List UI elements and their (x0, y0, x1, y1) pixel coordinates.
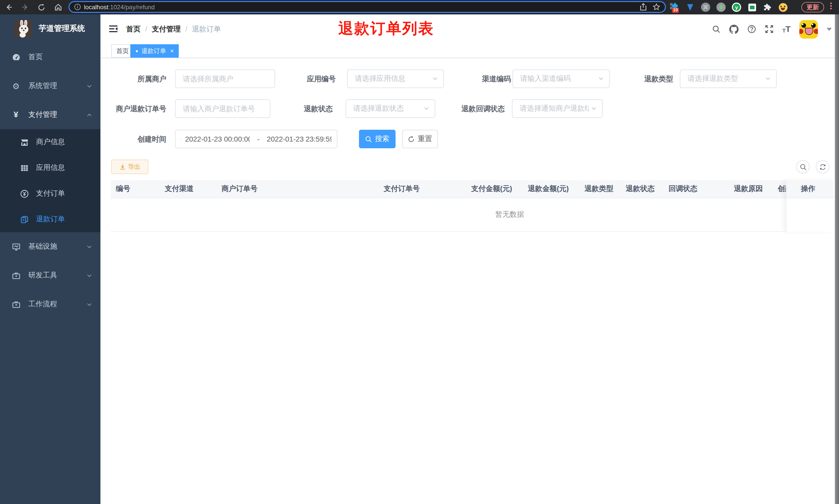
sidebar-item-pay[interactable]: ¥ 支付管理 (0, 101, 101, 129)
sidebar-collapse-icon[interactable] (109, 25, 118, 33)
document-copy-icon (19, 215, 29, 224)
column-header: 编号 (111, 184, 160, 194)
sidebar-item-label: 研发工具 (28, 271, 57, 280)
extension-emoji-icon[interactable] (778, 3, 787, 12)
filter-label-channel: 渠道编码 (455, 70, 511, 88)
sidebar-item-dev-tools[interactable]: 研发工具 (0, 261, 101, 290)
filter-label-app: 应用编号 (280, 70, 336, 88)
filter-label-refund-status: 退款状态 (277, 100, 333, 118)
tag-close-icon[interactable]: × (170, 47, 174, 55)
refresh-table-button[interactable] (816, 160, 829, 174)
notify-status-select[interactable]: 请选择通知商户退款结果的 (512, 100, 603, 118)
table-empty-row: 暂无数据 (111, 198, 834, 232)
breadcrumb-home[interactable]: 首页 (126, 25, 141, 34)
bookmark-star-icon[interactable] (653, 3, 660, 11)
github-icon[interactable] (729, 24, 738, 34)
table-fixed-action-column: 操作 (786, 180, 834, 232)
sidebar-item-workflow[interactable]: 工作流程 (0, 290, 101, 319)
sidebar-item-label: 应用信息 (36, 163, 65, 173)
app-select[interactable]: 请选择应用信息 (347, 70, 444, 88)
sidebar-item-label: 首页 (28, 53, 43, 62)
extension-tiles-icon[interactable]: 10 (670, 3, 679, 12)
sidebar-item-label: 退款订单 (36, 215, 65, 224)
yen-circle-icon (19, 189, 29, 198)
column-header: 退款状态 (621, 184, 663, 194)
channel-select[interactable]: 请输入渠道编码 (513, 70, 610, 88)
gear-icon: ⚙ (11, 81, 21, 91)
merchant-refund-no-input[interactable] (175, 100, 270, 118)
window-scrollbar-gutter[interactable] (835, 14, 839, 504)
extension-chat-icon[interactable] (747, 3, 756, 12)
browser-reload-icon[interactable] (37, 3, 46, 12)
extension-badge: 10 (672, 8, 679, 13)
search-icon[interactable] (712, 25, 720, 33)
avatar[interactable] (799, 20, 818, 38)
browser-home-icon[interactable] (54, 3, 62, 12)
create-time-range-picker[interactable]: 2022-01-23 00:00:00 - 2022-01-23 23:59:5… (175, 130, 337, 148)
navbar: 首页 / 支付管理 / 退款订单 退款订单列表 (101, 14, 839, 44)
address-bar[interactable]: localhost:1024/pay/refund (69, 1, 666, 13)
tag-refund-order[interactable]: ● 退款订单 × (130, 44, 179, 58)
yen-icon: ¥ (11, 111, 21, 119)
export-button[interactable]: 导出 (111, 160, 148, 174)
toolbox-icon (11, 271, 21, 280)
breadcrumb: 首页 / 支付管理 / 退款订单 (126, 25, 221, 34)
filter-label-notify-status: 退款回调状态 (449, 100, 505, 118)
reset-button[interactable]: 重置 (402, 130, 438, 148)
chevron-down-icon (87, 273, 92, 278)
avatar-caret-icon[interactable] (827, 28, 832, 31)
app-viewport: localhost:1024/pay/refund 10 ⌘ y 更 (0, 0, 839, 504)
refund-status-select[interactable]: 请选择退款状态 (345, 100, 435, 118)
extension-recorder-icon[interactable] (716, 3, 726, 12)
url-text[interactable]: localhost:1024/pay/refund (84, 3, 155, 11)
column-header-action: 操作 (786, 180, 834, 198)
browser-update-button[interactable]: 更新 (801, 2, 824, 12)
refund-table: 编号 支付渠道 商户订单号 支付订单号 支付金额(元) 退款金额(元) 退款类型… (111, 180, 834, 232)
sidebar-item-system[interactable]: ⚙ 系统管理 (0, 72, 101, 101)
chevron-down-icon (423, 106, 430, 112)
tag-dot-icon: ● (136, 49, 138, 53)
date-separator: - (253, 135, 264, 143)
date-end-value[interactable]: 2022-01-23 23:59:59 (267, 135, 332, 143)
table-grid-icon (19, 163, 29, 172)
monitor-chart-icon (11, 242, 21, 251)
merchant-input[interactable] (175, 70, 275, 88)
show-search-toggle-button[interactable] (796, 160, 810, 174)
help-icon[interactable] (747, 25, 756, 34)
dashboard-icon (11, 53, 21, 61)
column-header: 支付订单号 (378, 184, 466, 194)
extension-y-icon[interactable]: y (732, 3, 741, 12)
empty-text: 暂无数据 (421, 210, 524, 219)
sidebar-item-refund-order[interactable]: 退款订单 (0, 206, 101, 232)
sidebar-item-merchant-info[interactable]: 商户信息 (0, 129, 101, 155)
sidebar-item-infra[interactable]: 基础设施 (0, 232, 101, 261)
browser-toolbar: localhost:1024/pay/refund 10 ⌘ y 更 (0, 0, 839, 14)
sidebar-item-pay-order[interactable]: 支付订单 (0, 181, 101, 206)
tags-view-bar: 首页 ● 退款订单 × (101, 44, 839, 58)
refund-type-select[interactable]: 请选择退款类型 (680, 70, 777, 88)
app-logo-rabbit (14, 20, 32, 37)
share-icon[interactable] (640, 3, 647, 11)
sidebar-item-home[interactable]: 首页 (0, 43, 101, 72)
date-start-value[interactable]: 2022-01-23 00:00:00 (185, 135, 250, 143)
browser-menu-icon[interactable] (830, 3, 832, 9)
fullscreen-icon[interactable] (765, 25, 773, 34)
clock-icon (181, 136, 182, 143)
browser-back-icon[interactable] (4, 3, 13, 12)
search-button[interactable]: 搜索 (359, 130, 395, 148)
font-size-icon[interactable]: TT (782, 25, 790, 33)
app-title: 芋道管理系统 (39, 24, 85, 34)
briefcase-icon (11, 300, 21, 309)
sidebar-item-app-info[interactable]: 应用信息 (0, 155, 101, 181)
browser-forward-icon[interactable] (21, 3, 29, 12)
site-info-icon[interactable] (74, 4, 81, 10)
column-header: 退款类型 (579, 184, 621, 194)
chevron-down-icon (765, 76, 771, 82)
extension-gem-icon[interactable] (685, 3, 695, 12)
sidebar-logo-row[interactable]: 芋道管理系统 (0, 14, 101, 43)
refresh-icon (408, 136, 415, 142)
sidebar: 芋道管理系统 首页 ⚙ 系统管理 ¥ 支付管理 (0, 14, 101, 504)
extension-command-icon[interactable]: ⌘ (701, 3, 710, 12)
breadcrumb-pay[interactable]: 支付管理 (152, 25, 181, 34)
extensions-puzzle-icon[interactable] (763, 3, 772, 12)
